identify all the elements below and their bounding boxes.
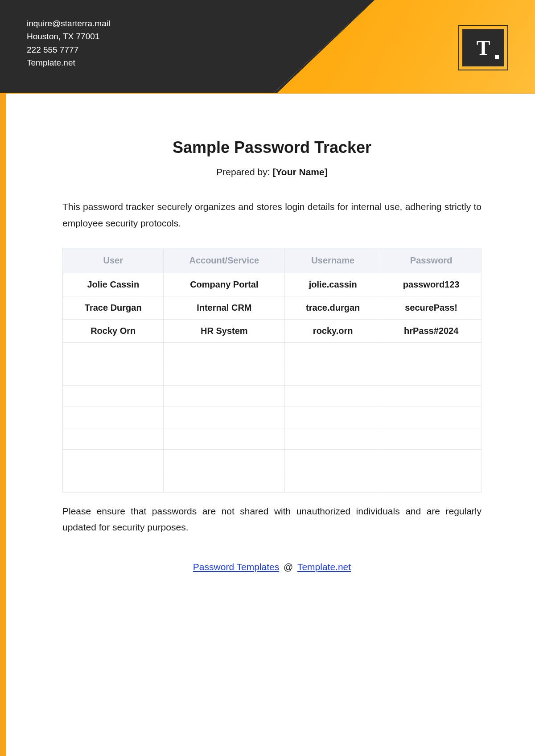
table-cell: [285, 428, 381, 449]
contact-block: inquire@starterra.mail Houston, TX 77001…: [27, 17, 110, 70]
table-cell: [63, 428, 164, 449]
table-cell: hrPass#2024: [381, 319, 482, 342]
table-cell: password123: [381, 273, 482, 296]
table-cell: [63, 407, 164, 428]
table-cell: [381, 364, 482, 385]
link-template-net[interactable]: Template.net: [297, 562, 351, 572]
col-user: User: [63, 248, 164, 273]
password-table: User Account/Service Username Password J…: [62, 248, 482, 493]
logo-inner: T: [462, 29, 504, 66]
table-cell: [164, 407, 285, 428]
col-username: Username: [285, 248, 381, 273]
table-cell: [381, 428, 482, 449]
prepared-by-line: Prepared by: [Your Name]: [62, 167, 482, 177]
table-cell: [63, 342, 164, 364]
logo-dot-icon: [495, 55, 499, 59]
table-cell: [63, 471, 164, 492]
table-row: [63, 449, 482, 471]
table-row: [63, 407, 482, 428]
contact-phone: 222 555 7777: [27, 43, 110, 56]
table-cell: Company Portal: [164, 273, 285, 296]
table-cell: [63, 385, 164, 407]
table-cell: trace.durgan: [285, 296, 381, 319]
outro-paragraph: Please ensure that passwords are not sha…: [62, 503, 482, 536]
table-row: [63, 428, 482, 449]
prepared-by-label: Prepared by:: [216, 167, 272, 177]
intro-paragraph: This password tracker securely organizes…: [62, 199, 482, 232]
contact-email: inquire@starterra.mail: [27, 17, 110, 30]
table-cell: [381, 385, 482, 407]
table-cell: [164, 364, 285, 385]
table-cell: jolie.cassin: [285, 273, 381, 296]
logo-letter: T: [477, 36, 490, 60]
table-cell: [63, 364, 164, 385]
table-cell: [164, 342, 285, 364]
table-cell: HR System: [164, 319, 285, 342]
logo: T: [458, 25, 508, 70]
contact-site: Template.net: [27, 56, 110, 69]
table-cell: [164, 471, 285, 492]
left-accent-stripe: [0, 94, 6, 756]
footer-separator: @: [284, 562, 293, 572]
table-cell: [381, 449, 482, 471]
table-cell: Rocky Orn: [63, 319, 164, 342]
prepared-by-value: [Your Name]: [272, 167, 327, 177]
table-row: Rocky OrnHR Systemrocky.ornhrPass#2024: [63, 319, 482, 342]
table-cell: [285, 471, 381, 492]
table-row: Jolie CassinCompany Portaljolie.cassinpa…: [63, 273, 482, 296]
table-row: [63, 471, 482, 492]
table-cell: [285, 407, 381, 428]
table-cell: rocky.orn: [285, 319, 381, 342]
table-cell: Jolie Cassin: [63, 273, 164, 296]
table-cell: Trace Durgan: [63, 296, 164, 319]
table-cell: securePass!: [381, 296, 482, 319]
table-row: [63, 342, 482, 364]
table-cell: [285, 449, 381, 471]
table-cell: Internal CRM: [164, 296, 285, 319]
table-cell: [164, 449, 285, 471]
table-cell: [164, 385, 285, 407]
table-cell: [285, 385, 381, 407]
table-cell: [381, 471, 482, 492]
table-cell: [285, 364, 381, 385]
table-cell: [381, 342, 482, 364]
document-header: inquire@starterra.mail Houston, TX 77001…: [0, 0, 535, 94]
table-cell: [285, 342, 381, 364]
table-row: [63, 364, 482, 385]
table-cell: [164, 428, 285, 449]
table-cell: [381, 407, 482, 428]
document-body: Sample Password Tracker Prepared by: [Yo…: [0, 94, 535, 572]
table-header-row: User Account/Service Username Password: [63, 248, 482, 273]
footer-links: Password Templates @ Template.net: [62, 562, 482, 572]
col-account: Account/Service: [164, 248, 285, 273]
table-cell: [63, 449, 164, 471]
col-password: Password: [381, 248, 482, 273]
table-row: Trace DurganInternal CRMtrace.durgansecu…: [63, 296, 482, 319]
page-title: Sample Password Tracker: [62, 138, 482, 157]
contact-address: Houston, TX 77001: [27, 30, 110, 43]
link-password-templates[interactable]: Password Templates: [193, 562, 279, 572]
table-row: [63, 385, 482, 407]
